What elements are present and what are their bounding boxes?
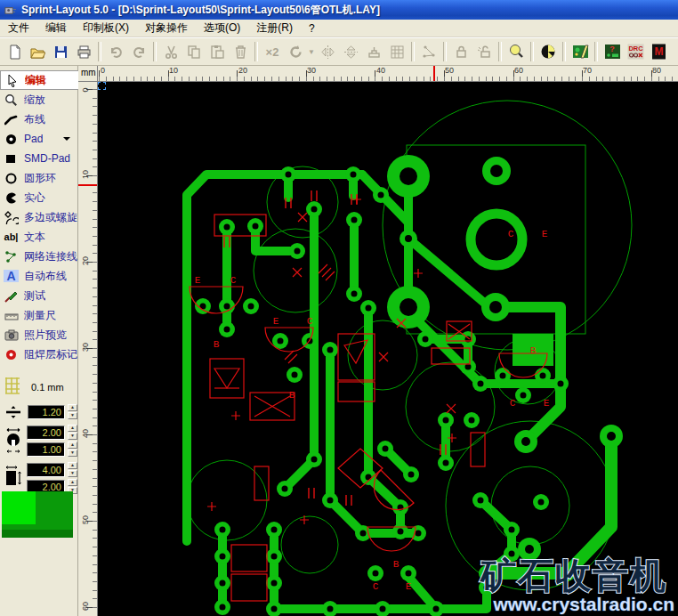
v-ruler-label: 50: [81, 514, 90, 526]
pcb-pad-hole: [351, 172, 357, 178]
smd-width-spinner[interactable]: ▲▼: [68, 462, 77, 477]
photo-view-button[interactable]: [569, 41, 592, 63]
silkscreen-label: E: [542, 229, 548, 239]
tool-zoom[interactable]: 缩放: [0, 90, 77, 109]
title-bar[interactable]: Sprint-Layout 5.0 - [D:\Sprint-Layout50\…: [0, 0, 678, 20]
layer-color-swatch[interactable]: [2, 491, 73, 538]
print-button[interactable]: [72, 41, 95, 63]
tool-pad[interactable]: Pad: [0, 129, 77, 149]
pad-dropdown-arrow[interactable]: [63, 137, 70, 144]
tool-solder-mask[interactable]: 阻焊层标记: [0, 344, 77, 364]
toolbar-separator: [594, 42, 598, 61]
silkscreen-shape: [214, 369, 239, 388]
layer-view-button[interactable]: [537, 41, 560, 63]
redo-button[interactable]: [127, 41, 150, 63]
tool-measure[interactable]: 测量尺: [0, 305, 77, 325]
tool-label: 阻焊层标记: [24, 347, 77, 362]
pad-outer-row: 2.00 ▲▼ 1.00 ▲▼: [2, 425, 77, 457]
tool-text[interactable]: ab| 文本: [0, 227, 77, 247]
pcb-outline-circle[interactable]: [281, 516, 338, 573]
pattern-icon: [390, 45, 405, 60]
tool-smd-pad[interactable]: SMD-Pad: [0, 149, 77, 168]
tool-polygon-spiral[interactable]: 多边或螺旋: [0, 207, 77, 227]
scale-x2-button[interactable]: ×2: [261, 41, 284, 63]
pcb-pad-hole: [405, 235, 412, 242]
connector-button[interactable]: [417, 41, 440, 63]
active-layer-color[interactable]: [2, 491, 36, 524]
open-button[interactable]: [26, 41, 49, 63]
pcb-outline-circle[interactable]: [491, 466, 569, 545]
save-button[interactable]: [49, 41, 72, 63]
pcb-drawing[interactable]: ECBECBCECEBBCE矿石收音机www.crystalradio.cn: [98, 82, 678, 616]
vertical-ruler[interactable]: 0 10 20 30 40 50 60: [78, 82, 98, 616]
pad-outer-field[interactable]: 2.00: [27, 426, 65, 440]
paste-button[interactable]: [206, 41, 229, 63]
pcb-ring[interactable]: [471, 214, 522, 265]
probe-icon: [4, 288, 19, 303]
grid-setting[interactable]: 0.1 mm: [4, 377, 77, 397]
drc-button[interactable]: DRC: [624, 41, 647, 63]
menu-edit[interactable]: 编辑: [37, 19, 75, 37]
test-button[interactable]: ?: [601, 41, 624, 63]
v-ruler-label: 40: [81, 427, 90, 440]
silkscreen-label: E: [544, 398, 550, 409]
pad-outer-spinner[interactable]: ▲▼: [68, 425, 77, 440]
pcb-pad-hole: [443, 460, 449, 466]
tool-ring[interactable]: 圆形环: [0, 168, 77, 188]
pcb-pad-hole: [253, 223, 259, 230]
menu-options[interactable]: 选项(O): [196, 19, 248, 37]
menu-board[interactable]: 印制板(X): [75, 19, 137, 37]
menu-register[interactable]: 注册(R): [248, 19, 301, 37]
silkscreen-shape: [319, 264, 335, 280]
text-icon: ab|: [4, 230, 19, 244]
new-button[interactable]: [3, 41, 26, 63]
unlock-button[interactable]: [472, 41, 496, 63]
tool-trace[interactable]: 布线: [0, 109, 77, 129]
horizontal-ruler[interactable]: 0 10 20 30 40 50 60 70 80: [98, 66, 678, 82]
tool-zone[interactable]: 实心: [0, 188, 77, 207]
track-width-spinner[interactable]: ▲▼: [68, 404, 77, 419]
silkscreen-label: B: [530, 345, 537, 356]
track-width-field[interactable]: 1.20: [28, 405, 65, 419]
macro-button[interactable]: M: [647, 41, 670, 63]
pcb-trace[interactable]: [187, 174, 362, 541]
menu-object[interactable]: 对象操作: [137, 19, 196, 37]
menu-help[interactable]: ?: [301, 20, 323, 36]
net-icon: [4, 249, 19, 263]
h-ruler-label: 0: [101, 66, 105, 75]
smd-width-field[interactable]: 4.00: [27, 463, 65, 477]
mirror-vertical-button[interactable]: [339, 41, 362, 63]
pad-drill-spinner[interactable]: ▲▼: [68, 442, 77, 457]
pcb-pad-hole: [406, 571, 412, 577]
copy-button[interactable]: [182, 41, 206, 63]
rotate-dropdown-arrow[interactable]: ▼: [307, 41, 316, 63]
pad-drill-field[interactable]: 1.00: [27, 442, 65, 457]
tool-net[interactable]: 网络连接线: [0, 247, 77, 266]
zoom-button[interactable]: [504, 41, 528, 63]
pcb-pad-hole: [278, 338, 284, 344]
lock-button[interactable]: [449, 41, 472, 63]
tool-photo-preview[interactable]: 照片预览: [0, 325, 77, 344]
silkscreen-label: C: [508, 229, 514, 239]
magnifier-icon: [4, 93, 19, 107]
tool-edit[interactable]: 编辑: [0, 70, 78, 90]
printer-icon: [77, 45, 92, 60]
watermark-url: www.crystalradio.cn: [493, 594, 674, 614]
tool-autoroute[interactable]: A 自动布线: [0, 266, 77, 286]
silkscreen-label: E: [195, 275, 201, 286]
undo-button[interactable]: [104, 41, 127, 63]
drc-icon: DRC: [627, 44, 644, 60]
delete-button[interactable]: [229, 41, 252, 63]
menu-file[interactable]: 文件: [0, 19, 37, 37]
undo-icon: [109, 45, 124, 60]
cut-button[interactable]: [159, 41, 182, 63]
tool-test[interactable]: 测试: [0, 286, 77, 305]
pcb-pad-hole: [282, 486, 288, 492]
stamp-button[interactable]: [362, 41, 385, 63]
pattern-fill-button[interactable]: [385, 41, 408, 63]
pcb-canvas[interactable]: ECBECBCECEBBCE矿石收音机www.crystalradio.cn: [98, 82, 678, 616]
rotate-button[interactable]: [284, 41, 307, 63]
mirror-horizontal-button[interactable]: [316, 41, 339, 63]
v-ruler-label: 30: [81, 341, 90, 353]
zone-icon: [4, 190, 19, 205]
